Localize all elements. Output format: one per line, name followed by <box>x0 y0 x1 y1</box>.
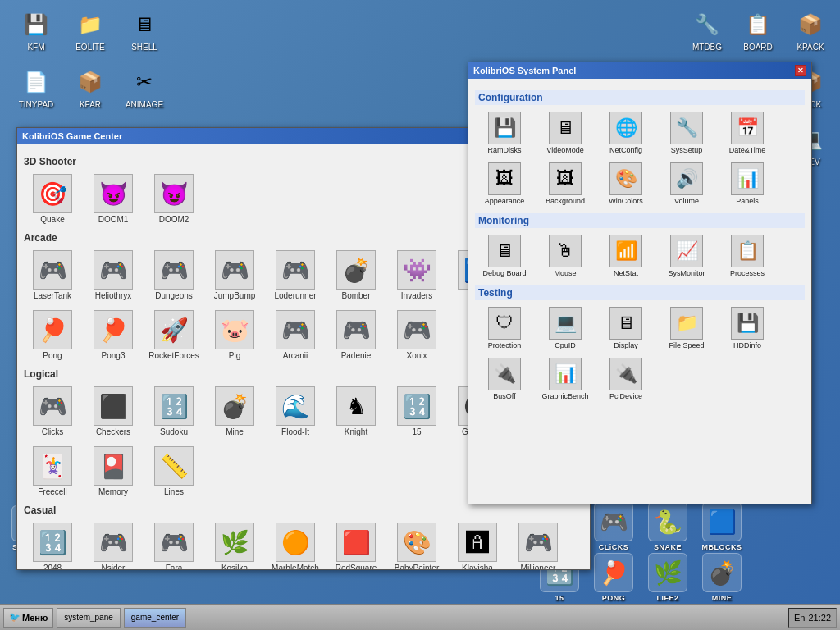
desktop-icon-shell[interactable]: 🖥 SHELL <box>118 8 171 52</box>
dock-item-life2[interactable]: 🌿 LIFE2 <box>641 553 694 602</box>
taskbar-game-center-button[interactable]: game_center <box>124 608 186 628</box>
game-item-pig[interactable]: 🐷 Pig <box>206 307 263 363</box>
sys-item-wincolors[interactable]: 🎨 WinColors <box>596 159 655 208</box>
system-panel-taskbar-label: system_pane <box>64 613 112 622</box>
game-item-heliothryx[interactable]: 🎮 Heliothryx <box>84 247 142 304</box>
sys-item-protection[interactable]: 🛡 Protection <box>475 304 534 353</box>
sys-item-background[interactable]: 🖼 Background <box>536 159 595 208</box>
game-item-padenie[interactable]: 🎮 Padenie <box>327 307 385 363</box>
game-item-marblematch[interactable]: 🟠 MarbleMatch <box>267 519 324 569</box>
mblocks-dock-icon: 🟦 <box>702 502 742 541</box>
sys-item-syssetup[interactable]: 🔧 SysSetup <box>657 108 716 158</box>
dock-item-mine[interactable]: 💣 MINE <box>696 553 748 602</box>
game-item-fara[interactable]: 🎮 Fara <box>145 519 203 569</box>
system-panel-close-button[interactable]: ✕ <box>795 65 806 76</box>
sys-item-graphicbench[interactable]: 📊 GraphicBench <box>536 354 595 404</box>
game-item-klavisha[interactable]: 🅰 Klavisha <box>449 519 506 569</box>
game-item-freecell[interactable]: 🃏 Freecell <box>24 443 81 500</box>
game-item-lasertank[interactable]: 🎮 LaserTank <box>24 247 81 304</box>
life2-dock-icon: 🌿 <box>648 553 687 592</box>
clicks-dock-icon: 🎮 <box>594 502 633 541</box>
sys-item-debugboard[interactable]: 🖥 Debug Board <box>475 231 534 281</box>
desktop-icon-eolite[interactable]: 📁 EOLITE <box>64 8 116 52</box>
game-item-2048[interactable]: 🔢 2048 <box>24 519 81 569</box>
game-item-bomber[interactable]: 💣 Bomber <box>327 247 385 304</box>
dock-item-clicks[interactable]: 🎮 CLiCKS <box>587 502 640 551</box>
desktop-icon-tinypad[interactable]: 📄 TINYPAD <box>10 66 62 109</box>
game-item-millioneer[interactable]: 🎮 Millioneer <box>509 519 567 569</box>
game-item-nsider[interactable]: 🎮 Nsider <box>84 519 142 569</box>
sys-item-datetime[interactable]: 📅 Date&Time <box>718 108 777 158</box>
volume-name: Volume <box>674 197 699 205</box>
jumpbump-icon: 🎮 <box>215 250 254 290</box>
pong-dock-icon: 🏓 <box>594 553 633 592</box>
game-item-jumpbump[interactable]: 🎮 JumpBump <box>206 247 263 304</box>
game-item-arcanii[interactable]: 🎮 Arcanii <box>267 307 324 363</box>
sys-item-mouse[interactable]: 🖱 Mouse <box>536 231 595 281</box>
sys-item-hddinfo[interactable]: 💾 HDDinfo <box>718 304 777 353</box>
sys-item-pcidevice[interactable]: 🔌 PciDevice <box>596 354 655 404</box>
desktop-icon-kpack[interactable]: 📦 KPACK <box>784 8 837 52</box>
game-item-loderunner[interactable]: 🎮 Loderunner <box>267 247 324 304</box>
invaders-name: Invaders <box>401 291 432 300</box>
game-item-knight[interactable]: ♞ Knight <box>327 383 385 440</box>
sys-item-busoff[interactable]: 🔌 BusOff <box>475 354 534 404</box>
game-item-redsquare[interactable]: 🟥 RedSquare <box>327 519 385 569</box>
wincolors-name: WinColors <box>609 197 643 205</box>
sys-item-videomode[interactable]: 🖥 VideoMode <box>536 108 595 158</box>
game-item-babypainter[interactable]: 🎨 BabyPainter <box>388 519 445 569</box>
game-item-pong[interactable]: 🏓 Pong <box>24 307 81 363</box>
game-item-doom2[interactable]: 😈 DOOM2 <box>145 171 203 227</box>
sys-item-sysmonitor[interactable]: 📈 SysMonitor <box>657 231 716 281</box>
life2-dock-label: LIFE2 <box>656 594 678 602</box>
game-item-xonix[interactable]: 🎮 Xonix <box>388 307 445 363</box>
sys-item-cpuid[interactable]: 💻 CpuID <box>536 304 595 353</box>
game-item-doom1[interactable]: 😈 DOOM1 <box>84 171 142 227</box>
sys-item-netstat[interactable]: 📶 NetStat <box>596 231 655 281</box>
display-name: Display <box>614 341 638 349</box>
dock-item-mblocks[interactable]: 🟦 MBLOCKS <box>696 502 748 551</box>
redsquare-name: RedSquare <box>336 564 377 569</box>
sys-item-netconfig[interactable]: 🌐 NetConfig <box>596 108 655 158</box>
game-item-floodit[interactable]: 🌊 Flood-It <box>267 383 324 440</box>
game-item-kosilka[interactable]: 🌿 Kosilka <box>206 519 263 569</box>
snake-dock-label: SNAKE <box>654 543 682 551</box>
datetime-icon: 📅 <box>731 112 764 144</box>
desktop-icon-kfm[interactable]: 💾 KFM <box>10 8 62 52</box>
game-item-invaders[interactable]: 👾 Invaders <box>388 247 445 304</box>
game-item-quake[interactable]: 🎯 Quake <box>24 171 81 227</box>
taskbar-system-panel-button[interactable]: system_pane <box>57 608 120 628</box>
mblocks-dock-label: MBLOCKS <box>702 543 742 551</box>
desktop-icon-mtdbg[interactable]: 🔧 MTDBG <box>681 8 733 52</box>
sys-item-panels[interactable]: 📊 Panels <box>718 159 777 208</box>
game-item-pong3[interactable]: 🏓 Pong3 <box>84 307 142 363</box>
eolite-icon: 📁 <box>74 8 107 41</box>
heliothryx-name: Heliothryx <box>95 291 131 300</box>
game-item-lines[interactable]: 📏 Lines <box>145 443 203 500</box>
desktop-icon-board[interactable]: 📋 BOARD <box>732 8 784 52</box>
doom1-icon: 😈 <box>94 174 133 213</box>
game-item-dungeons[interactable]: 🎮 Dungeons <box>145 247 203 304</box>
dock-item-snake[interactable]: 🐍 SNAKE <box>641 502 694 551</box>
sys-item-display[interactable]: 🖥 Display <box>596 304 655 353</box>
sys-item-ramdisks[interactable]: 💾 RamDisks <box>475 108 534 158</box>
game-item-clicks[interactable]: 🎮 Clicks <box>24 383 81 440</box>
sys-item-volume[interactable]: 🔊 Volume <box>657 159 716 208</box>
game-item-fifteen[interactable]: 🔢 15 <box>388 383 445 440</box>
system-panel-titlebar[interactable]: KolibriOS System Panel ✕ <box>468 62 811 79</box>
game-item-sudoku[interactable]: 🔢 Sudoku <box>145 383 203 440</box>
memory-icon: 🎴 <box>94 446 133 486</box>
start-button[interactable]: 🐦 Меню <box>3 608 53 628</box>
sys-item-processes[interactable]: 📋 Processes <box>718 231 777 281</box>
xonix-name: Xonix <box>406 351 427 360</box>
sys-item-appearance[interactable]: 🖼 Appearance <box>475 159 534 208</box>
game-item-mine[interactable]: 💣 Mine <box>206 383 263 440</box>
desktop-icon-kfar[interactable]: 📦 KFAR <box>64 66 116 109</box>
game-item-memory[interactable]: 🎴 Memory <box>84 443 142 500</box>
nsider-name: Nsider <box>102 564 126 569</box>
game-item-checkers[interactable]: ⬛ Checkers <box>84 383 142 440</box>
desktop-icon-animage[interactable]: ✂ ANIMAGE <box>118 66 171 109</box>
dock-item-pong[interactable]: 🏓 PONG <box>587 553 640 602</box>
sys-item-filespeed[interactable]: 📁 File Speed <box>657 304 716 353</box>
game-item-rocketforces[interactable]: 🚀 RocketForces <box>145 307 203 363</box>
